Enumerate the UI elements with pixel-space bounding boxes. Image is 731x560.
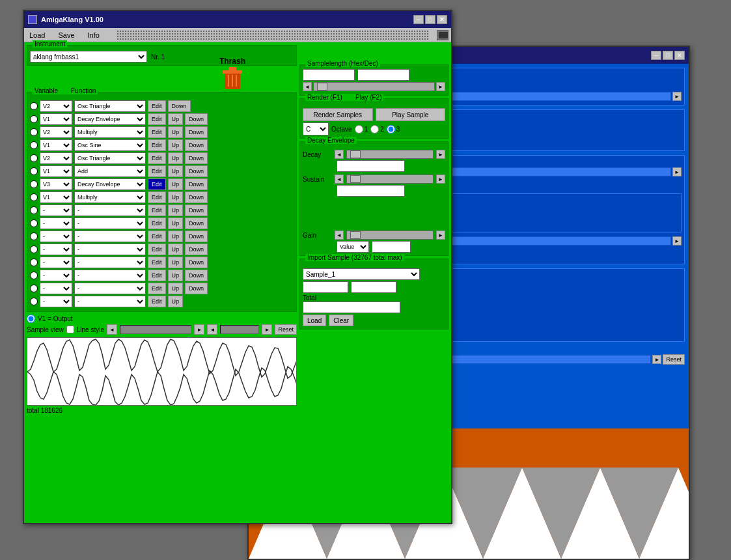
row4-var[interactable]: V1: [40, 139, 72, 151]
row9-edit[interactable]: Edit: [148, 204, 166, 216]
row12-func[interactable]: -: [74, 244, 146, 255]
row3-up[interactable]: Up: [168, 126, 184, 138]
row8-func[interactable]: Multiply: [74, 191, 146, 203]
dec-input[interactable]: 4096: [357, 69, 409, 81]
minimize-btn[interactable]: ─: [413, 15, 424, 24]
oct2-radio[interactable]: [370, 125, 379, 133]
row7-down[interactable]: Down: [185, 178, 208, 190]
row10-func[interactable]: -: [74, 217, 146, 229]
row5-radio[interactable]: [30, 154, 38, 162]
sustain-value-input[interactable]: 0: [337, 185, 405, 197]
row12-var[interactable]: -: [40, 244, 72, 255]
row10-radio[interactable]: [30, 219, 38, 227]
row2-up[interactable]: Up: [168, 113, 184, 125]
row11-edit[interactable]: Edit: [148, 231, 166, 242]
row6-edit[interactable]: Edit: [148, 165, 166, 177]
row12-up[interactable]: Up: [168, 244, 184, 255]
row12-edit[interactable]: Edit: [148, 244, 166, 255]
row13-up[interactable]: Up: [168, 257, 184, 268]
row6-up[interactable]: Up: [168, 165, 184, 177]
screen-icon[interactable]: [437, 30, 448, 40]
gain-slider-left[interactable]: ◄: [335, 231, 344, 240]
row14-down[interactable]: Down: [185, 270, 208, 281]
row10-var[interactable]: -: [40, 217, 72, 229]
row9-up[interactable]: Up: [168, 204, 184, 216]
row14-up[interactable]: Up: [168, 270, 184, 281]
row15-up[interactable]: Up: [168, 283, 184, 294]
row5-down[interactable]: Down: [185, 152, 208, 164]
row8-edit[interactable]: Edit: [148, 191, 166, 203]
blue-gain-right[interactable]: ►: [672, 236, 682, 245]
row13-radio[interactable]: [30, 259, 38, 266]
blue-minimize-btn[interactable]: ─: [651, 51, 661, 60]
row16-func[interactable]: -: [74, 296, 146, 307]
gain-type-select[interactable]: Value: [337, 241, 369, 253]
import-field2[interactable]: 0: [351, 281, 396, 293]
row6-var[interactable]: V1: [40, 165, 72, 177]
import-field1[interactable]: 0: [303, 281, 348, 293]
blue-maximize-btn[interactable]: □: [663, 51, 673, 60]
row10-edit[interactable]: Edit: [148, 217, 166, 229]
decay-value-input[interactable]: 11: [337, 160, 405, 172]
row3-down[interactable]: Down: [185, 126, 208, 138]
close-btn[interactable]: ✕: [437, 15, 447, 24]
load-btn[interactable]: Load: [303, 315, 326, 326]
row4-edit[interactable]: Edit: [148, 139, 166, 151]
sample-view-checkbox[interactable]: [66, 326, 74, 333]
row15-radio[interactable]: [30, 285, 38, 292]
scroll-left2[interactable]: ◄: [207, 324, 217, 335]
row12-down[interactable]: Down: [185, 244, 208, 255]
clear-btn[interactable]: Clear: [329, 315, 353, 326]
import-total[interactable]: 0: [303, 301, 400, 313]
row8-radio[interactable]: [30, 193, 38, 201]
row7-radio[interactable]: [30, 180, 38, 188]
row9-func[interactable]: -: [74, 204, 146, 216]
row5-up[interactable]: Up: [168, 152, 184, 164]
row15-func[interactable]: -: [74, 283, 146, 294]
row4-up[interactable]: Up: [168, 139, 184, 151]
row1-func[interactable]: Osc Triangle: [74, 100, 146, 112]
row16-up[interactable]: Up: [168, 296, 184, 307]
blue-freq-right[interactable]: ►: [672, 167, 682, 176]
maximize-btn[interactable]: □: [425, 15, 435, 24]
row2-radio[interactable]: [30, 115, 38, 123]
row8-down[interactable]: Down: [185, 191, 208, 203]
row4-radio[interactable]: [30, 141, 38, 149]
note-select[interactable]: CC#D: [303, 122, 329, 135]
row6-down[interactable]: Down: [185, 165, 208, 177]
row14-func[interactable]: -: [74, 270, 146, 281]
gain-value-input[interactable]: 128: [372, 241, 411, 253]
row3-func[interactable]: Multiply: [74, 126, 146, 138]
row8-up[interactable]: Up: [168, 191, 184, 203]
blue-scroll-right2[interactable]: ►: [652, 355, 661, 364]
row11-var[interactable]: -: [40, 231, 72, 242]
row10-up[interactable]: Up: [168, 217, 184, 229]
oct1-radio[interactable]: [355, 125, 363, 133]
row3-radio[interactable]: [30, 128, 38, 136]
instrument-select[interactable]: aklang fmbass1: [30, 51, 147, 63]
output-radio[interactable]: [27, 315, 35, 323]
row5-edit[interactable]: Edit: [148, 152, 166, 164]
row7-up[interactable]: Up: [168, 178, 184, 190]
row13-down[interactable]: Down: [185, 257, 208, 268]
row14-edit[interactable]: Edit: [148, 270, 166, 281]
row6-radio[interactable]: [30, 167, 38, 175]
row11-up[interactable]: Up: [168, 231, 184, 242]
row1-radio[interactable]: [30, 102, 38, 110]
row13-var[interactable]: -: [40, 257, 72, 268]
row11-radio[interactable]: [30, 232, 38, 240]
row6-func[interactable]: Add: [74, 165, 146, 177]
blue-reset-btn[interactable]: Reset: [663, 354, 685, 365]
row9-var[interactable]: -: [40, 204, 72, 216]
row5-var[interactable]: V2: [40, 152, 72, 164]
sample-slider-right[interactable]: ►: [436, 82, 445, 91]
row11-down[interactable]: Down: [185, 231, 208, 242]
row16-edit[interactable]: Edit: [148, 296, 166, 307]
import-select[interactable]: Sample_1: [303, 268, 420, 280]
row16-radio[interactable]: [30, 298, 38, 305]
row1-var[interactable]: V2: [40, 100, 72, 112]
sample-slider-left[interactable]: ◄: [303, 82, 312, 91]
row14-radio[interactable]: [30, 272, 38, 279]
reset-btn[interactable]: Reset: [275, 324, 297, 335]
row15-down[interactable]: Down: [185, 283, 208, 294]
